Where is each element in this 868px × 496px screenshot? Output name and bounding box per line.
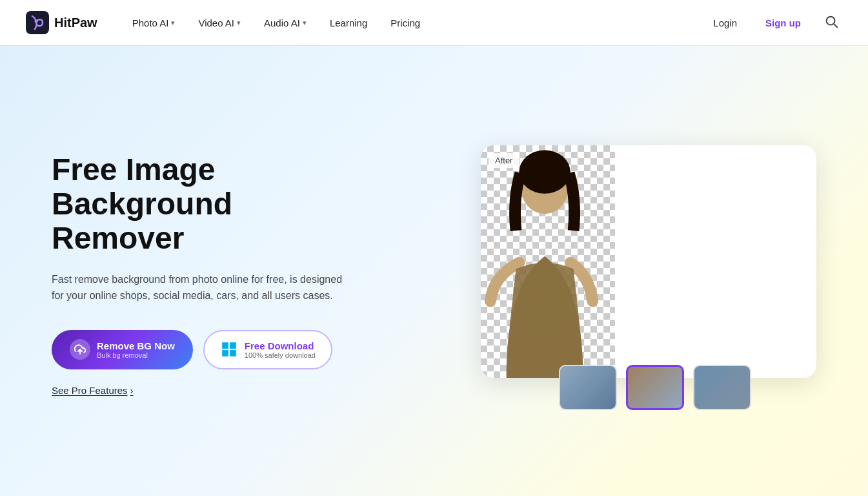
svg-point-12 (550, 181, 556, 189)
remove-bg-label: Remove BG Now (97, 340, 175, 351)
nav-right: Login Sign up (704, 10, 842, 36)
thumbnail-2[interactable] (626, 365, 684, 410)
search-icon[interactable] (820, 10, 842, 36)
svg-rect-8 (230, 350, 236, 356)
thumbnail-3[interactable] (693, 365, 751, 410)
nav-item-pricing[interactable]: Pricing (381, 12, 429, 34)
download-sublabel: 100% safely download (245, 351, 316, 359)
svg-line-3 (834, 24, 837, 27)
after-panel: After (481, 145, 615, 378)
before-after-divider (615, 145, 617, 378)
chevron-down-icon: ▾ (303, 19, 307, 27)
see-pro-link[interactable]: See Pro Features › (52, 385, 348, 396)
signup-button[interactable]: Sign up (756, 12, 810, 34)
chevron-down-icon: ▾ (237, 19, 241, 27)
brand-name: HitPaw (54, 16, 97, 30)
nav-item-video-ai[interactable]: Video AI ▾ (189, 12, 250, 34)
svg-rect-6 (230, 342, 236, 349)
download-label: Free Download (245, 340, 314, 351)
chevron-right-icon: › (130, 385, 134, 396)
thumbnail-strip (559, 365, 751, 410)
thumbnail-1[interactable] (559, 365, 617, 410)
hero-buttons: Remove BG Now Bulk bg removal Free Downl… (52, 330, 348, 369)
logo[interactable]: HitPaw (26, 11, 97, 34)
hitpaw-logo-icon (26, 11, 49, 34)
image-showcase-wrapper: After (481, 145, 829, 417)
after-label: After (489, 153, 519, 168)
svg-point-11 (533, 181, 540, 189)
svg-point-10 (519, 150, 570, 193)
nav-item-audio-ai[interactable]: Audio AI ▾ (255, 12, 316, 34)
hero-image-area: After (374, 132, 829, 417)
image-showcase: After (481, 145, 816, 378)
hero-description: Fast remove background from photo online… (52, 271, 348, 304)
remove-bg-button[interactable]: Remove BG Now Bulk bg removal (52, 330, 193, 369)
navigation: HitPaw Photo AI ▾ Video AI ▾ Audio AI ▾ … (0, 0, 868, 45)
svg-point-1 (35, 20, 38, 23)
svg-rect-0 (26, 11, 49, 34)
nav-menu: Photo AI ▾ Video AI ▾ Audio AI ▾ Learnin… (123, 12, 705, 34)
chevron-down-icon: ▾ (171, 19, 175, 27)
free-download-button[interactable]: Free Download 100% safely download (203, 330, 332, 369)
nav-item-learning[interactable]: Learning (321, 12, 376, 34)
upload-icon (70, 339, 90, 360)
nav-item-photo-ai[interactable]: Photo AI ▾ (123, 12, 185, 34)
login-button[interactable]: Login (704, 12, 746, 34)
remove-bg-sublabel: Bulk bg removal (97, 351, 148, 359)
hero-title: Free Image Background Remover (52, 153, 348, 255)
hero-section: Free Image Background Remover Fast remov… (0, 45, 868, 496)
hero-content: Free Image Background Remover Fast remov… (52, 153, 374, 396)
windows-icon (220, 340, 238, 358)
svg-rect-7 (222, 350, 228, 356)
cutout-persons-svg (481, 145, 615, 378)
svg-rect-5 (222, 342, 228, 349)
